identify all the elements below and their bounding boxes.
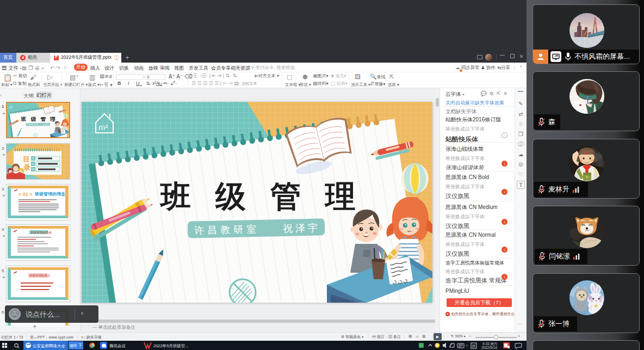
svg-text:目: 目 bbox=[23, 155, 30, 163]
svg-text:许昌教研室: 许昌教研室 bbox=[194, 224, 259, 236]
svg-text:班级管理: 班级管理 bbox=[159, 179, 380, 213]
svg-text:9:33 周六: 9:33 周六 bbox=[482, 342, 498, 346]
svg-text:↑: ↑ bbox=[466, 343, 468, 348]
svg-text:班级管理的理念: 班级管理的理念 bbox=[34, 192, 66, 197]
svg-text:腾讯会议: 腾讯会议 bbox=[109, 343, 126, 348]
svg-text:班级管理的意义: 班级管理的意义 bbox=[29, 274, 51, 278]
svg-text:< 01 >: < 01 > bbox=[18, 192, 33, 197]
svg-text:03: 03 bbox=[32, 168, 35, 171]
svg-text:祝泽宇: 祝泽宇 bbox=[282, 223, 320, 234]
svg-text:↑: ↑ bbox=[420, 343, 422, 347]
svg-text:m²: m² bbox=[98, 122, 108, 132]
svg-text:2022年5月班级管...: 2022年5月班级管... bbox=[153, 343, 189, 348]
svg-text:2022/5/14: 2022/5/14 bbox=[481, 346, 497, 349]
svg-text:拼: 拼 bbox=[472, 344, 476, 348]
svg-text:班级管理的内涵: 班级管理的内涵 bbox=[30, 231, 52, 235]
svg-text:02: 02 bbox=[32, 162, 35, 165]
svg-text:微软 下: 微软 下 bbox=[70, 343, 82, 348]
svg-text:公安监察网络大全: 公安监察网络大全 bbox=[33, 343, 66, 348]
svg-text:01: 01 bbox=[32, 157, 35, 160]
